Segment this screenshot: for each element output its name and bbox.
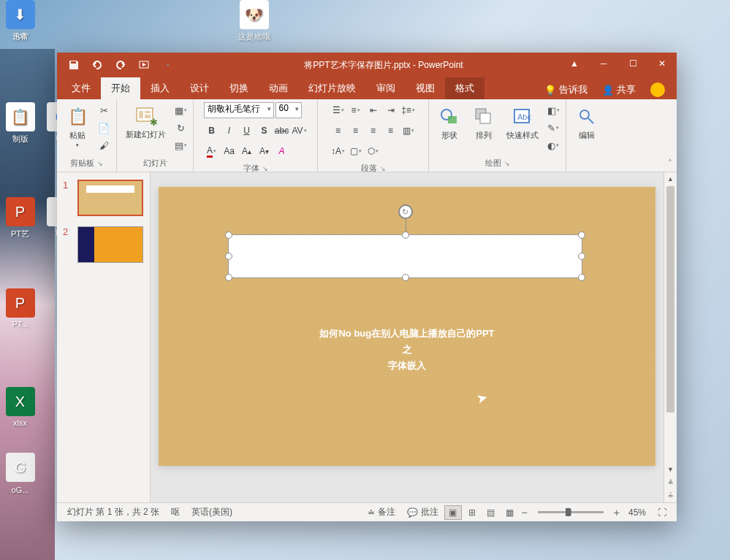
scroll-up-button[interactable]: ▲ [664, 172, 677, 185]
clipboard-launcher[interactable]: ↘ [97, 160, 103, 167]
comments-button[interactable]: 💬批注 [401, 506, 444, 518]
thumbnail-pane[interactable]: 1 2 [57, 172, 151, 502]
font-name-combo[interactable]: 胡敬礼毛笔行 [204, 102, 274, 118]
zoom-slider-thumb[interactable] [566, 508, 571, 516]
selected-textbox[interactable]: ↻ [228, 234, 582, 278]
tab-animations[interactable]: 动画 [259, 77, 298, 99]
columns-button[interactable]: ▥ [400, 123, 417, 139]
close-button[interactable]: ✕ [647, 53, 677, 74]
desktop-icon-zhibanban[interactable]: 制版 [12, 134, 28, 143]
line-spacing-button[interactable]: ‡≡ [400, 102, 417, 118]
cut-button[interactable]: ✂ [96, 102, 112, 118]
desktop-icon-zheshi[interactable]: 这是啥哦 [238, 32, 270, 41]
slide-counter[interactable]: 幻灯片 第 1 张，共 2 张 [61, 506, 165, 518]
shapes-button[interactable]: 形状 [433, 102, 465, 144]
reading-view-button[interactable]: ▤ [482, 505, 500, 520]
slide-canvas-area[interactable]: ↻ 如何No bug在别人电脑上播放自己的PPT 之 字体嵌入 ➤ [151, 172, 664, 502]
thumbnail-slide-1[interactable]: 1 [63, 180, 144, 216]
strikethrough-button[interactable]: abc [274, 123, 290, 139]
tab-view[interactable]: 视图 [406, 77, 445, 99]
tab-format[interactable]: 格式 [445, 77, 484, 99]
spelling-status[interactable]: 呕 [165, 506, 186, 518]
language-status[interactable]: 英语(美国) [186, 506, 238, 518]
tab-insert[interactable]: 插入 [140, 77, 180, 99]
underline-button[interactable]: U [239, 123, 255, 139]
shape-effects-button[interactable]: ◐ [545, 137, 561, 153]
redo-button[interactable] [110, 54, 132, 76]
paragraph-launcher[interactable]: ↘ [380, 165, 386, 172]
tab-design[interactable]: 设计 [180, 77, 219, 99]
qat-customize-button[interactable] [156, 54, 178, 76]
desktop-icon-ppt[interactable]: PT... [12, 320, 28, 329]
vertical-scrollbar[interactable]: ▲ ▼ ≜ ≟ [664, 172, 677, 502]
change-case-button[interactable]: Aa [221, 143, 237, 159]
smartart-button[interactable]: ⬡ [365, 143, 381, 159]
resize-handle-ml[interactable] [225, 253, 232, 260]
indent-increase-button[interactable]: ⇥ [383, 102, 399, 118]
format-painter-button[interactable]: 🖌 [96, 137, 112, 153]
resize-handle-mb[interactable] [402, 274, 409, 281]
desktop-icon-xlsx[interactable]: xlsx [13, 418, 27, 427]
grow-font-button[interactable]: A▴ [239, 143, 255, 159]
resize-handle-tl[interactable] [225, 231, 232, 239]
zoom-out-button[interactable]: − [519, 507, 531, 518]
normal-view-button[interactable]: ▣ [444, 505, 462, 520]
drawing-launcher[interactable]: ↘ [504, 160, 510, 167]
quick-styles-button[interactable]: Abc快速样式 [502, 102, 543, 144]
text-direction-button[interactable]: ↕A [330, 143, 346, 159]
scroll-down-button[interactable]: ▼ [664, 463, 677, 476]
copy-button[interactable]: 📄 [96, 120, 112, 136]
fit-to-window-button[interactable]: ⛶ [652, 507, 672, 518]
align-text-button[interactable]: ▢ [348, 143, 364, 159]
bullets-button[interactable]: ☰ [330, 102, 346, 118]
font-size-combo[interactable]: 60 [275, 102, 302, 118]
align-center-button[interactable]: ≡ [348, 123, 364, 139]
new-slide-button[interactable]: ✱ 新建幻灯片 [121, 102, 170, 142]
ribbon-display-options[interactable]: ▲ [560, 53, 589, 74]
prev-slide-button[interactable]: ≜ [664, 476, 677, 489]
shape-outline-button[interactable]: ✎ [545, 120, 561, 136]
align-right-button[interactable]: ≡ [365, 123, 381, 139]
reset-button[interactable]: ↻ [172, 120, 189, 136]
zoom-slider[interactable] [538, 511, 604, 513]
resize-handle-br[interactable] [578, 274, 585, 281]
zoom-level[interactable]: 45% [623, 507, 652, 518]
bold-button[interactable]: B [204, 123, 220, 139]
align-left-button[interactable]: ≡ [330, 123, 346, 139]
tab-home[interactable]: 开始 [101, 77, 140, 99]
tab-review[interactable]: 审阅 [366, 77, 406, 99]
next-slide-button[interactable]: ≟ [664, 489, 677, 502]
zoom-in-button[interactable]: + [611, 507, 623, 518]
rotate-handle[interactable]: ↻ [398, 204, 413, 219]
justify-button[interactable]: ≡ [383, 123, 399, 139]
clear-format-button[interactable]: A [274, 143, 290, 159]
shape-fill-button[interactable]: ◧ [545, 102, 561, 118]
tab-file[interactable]: 文件 [61, 77, 101, 99]
italic-button[interactable]: I [221, 123, 237, 139]
resize-handle-mt[interactable] [402, 231, 409, 239]
collapse-ribbon-button[interactable]: ˄ [668, 158, 672, 169]
save-button[interactable] [63, 54, 85, 76]
sorter-view-button[interactable]: ⊞ [463, 505, 481, 520]
share-button[interactable]: 👤共享 [598, 80, 640, 99]
shadow-button[interactable]: S [256, 123, 273, 139]
desktop-icon-pptyi[interactable]: PT艺 [11, 229, 29, 238]
account-smiley-icon[interactable] [650, 83, 665, 97]
slideshow-from-start-button[interactable] [133, 54, 155, 76]
minimize-button[interactable]: ─ [589, 53, 618, 74]
tab-transitions[interactable]: 切换 [219, 77, 259, 99]
numbering-button[interactable]: ≡ [348, 102, 364, 118]
arrange-button[interactable]: 排列 [468, 102, 500, 144]
resize-handle-tr[interactable] [578, 231, 585, 239]
font-color-button[interactable]: A [204, 143, 220, 159]
char-spacing-button[interactable]: AV [292, 123, 308, 139]
shrink-font-button[interactable]: A▾ [256, 143, 273, 159]
section-button[interactable]: ▤ [172, 137, 189, 153]
tab-slideshow[interactable]: 幻灯片放映 [298, 77, 366, 99]
tell-me-button[interactable]: 💡告诉我 [540, 80, 592, 99]
indent-decrease-button[interactable]: ⇤ [365, 102, 381, 118]
resize-handle-bl[interactable] [225, 274, 232, 281]
layout-button[interactable]: ▦ [172, 102, 189, 118]
desktop-icon-og[interactable]: oG... [12, 486, 29, 494]
slide[interactable]: ↻ 如何No bug在别人电脑上播放自己的PPT 之 字体嵌入 ➤ [159, 187, 655, 466]
